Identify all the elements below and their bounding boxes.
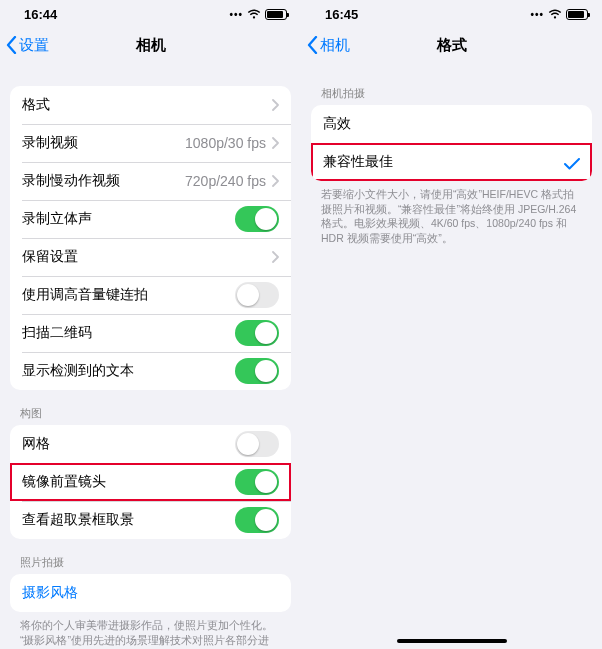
formats-group: 高效 兼容性最佳: [311, 105, 592, 181]
section-header-compose: 构图: [0, 390, 301, 425]
formats-settings-pane: 16:45 ••• 相机 格式 相机拍摄 高效 兼容性最佳: [301, 0, 602, 649]
section-header-camera-capture: 相机拍摄: [301, 62, 602, 105]
toggle-mirror-front[interactable]: [235, 469, 279, 495]
row-scan-qr[interactable]: 扫描二维码: [10, 314, 291, 352]
footer-note: 若要缩小文件大小，请使用“高效”HEIF/HEVC 格式拍摄照片和视频。“兼容性…: [301, 181, 602, 246]
settings-group-2: 网格 镜像前置镜头 查看超取景框取景: [10, 425, 291, 539]
status-time: 16:45: [325, 7, 358, 22]
nav-bar: 相机 格式: [301, 28, 602, 62]
chevron-right-icon: [272, 99, 279, 111]
back-button[interactable]: 相机: [307, 36, 350, 55]
row-high-efficiency[interactable]: 高效: [311, 105, 592, 143]
status-bar: 16:45 •••: [301, 0, 602, 28]
back-label: 设置: [19, 36, 49, 55]
chevron-right-icon: [272, 137, 279, 149]
chevron-right-icon: [272, 175, 279, 187]
home-indicator: [397, 639, 507, 643]
row-mirror-front[interactable]: 镜像前置镜头: [10, 463, 291, 501]
row-preserve[interactable]: 保留设置: [10, 238, 291, 276]
battery-icon: [265, 9, 287, 20]
toggle-vol-burst[interactable]: [235, 282, 279, 308]
toggle-detect-text[interactable]: [235, 358, 279, 384]
row-grid[interactable]: 网格: [10, 425, 291, 463]
wifi-icon: [247, 9, 261, 19]
row-detect-text[interactable]: 显示检测到的文本: [10, 352, 291, 390]
row-most-compatible[interactable]: 兼容性最佳: [311, 143, 592, 181]
row-record-video[interactable]: 录制视频 1080p/30 fps: [10, 124, 291, 162]
row-formats[interactable]: 格式: [10, 86, 291, 124]
back-button[interactable]: 设置: [6, 36, 49, 55]
settings-group-1: 格式 录制视频 1080p/30 fps 录制慢动作视频 720p/240 fp…: [10, 86, 291, 390]
row-vol-burst[interactable]: 使用调高音量键连拍: [10, 276, 291, 314]
back-label: 相机: [320, 36, 350, 55]
row-view-outside[interactable]: 查看超取景框取景: [10, 501, 291, 539]
row-record-slomo[interactable]: 录制慢动作视频 720p/240 fps: [10, 162, 291, 200]
camera-settings-pane: 16:44 ••• 设置 相机 格式 录制视频 1080: [0, 0, 301, 649]
row-stereo[interactable]: 录制立体声: [10, 200, 291, 238]
status-bar: 16:44 •••: [0, 0, 301, 28]
footer-note: 将你的个人审美带进摄影作品，使照片更加个性化。“摄影风格”使用先进的场景理解技术…: [0, 612, 301, 647]
cellular-icon: •••: [229, 9, 243, 20]
settings-group-3: 摄影风格: [10, 574, 291, 612]
detail-text: 720p/240 fps: [185, 173, 266, 189]
toggle-grid[interactable]: [235, 431, 279, 457]
detail-text: 1080p/30 fps: [185, 135, 266, 151]
toggle-stereo[interactable]: [235, 206, 279, 232]
row-photo-styles[interactable]: 摄影风格: [10, 574, 291, 612]
section-header-capture: 照片拍摄: [0, 539, 301, 574]
status-time: 16:44: [24, 7, 57, 22]
toggle-view-outside[interactable]: [235, 507, 279, 533]
battery-icon: [566, 9, 588, 20]
cellular-icon: •••: [530, 9, 544, 20]
nav-bar: 设置 相机: [0, 28, 301, 62]
toggle-scan-qr[interactable]: [235, 320, 279, 346]
checkmark-icon: [564, 156, 580, 168]
chevron-right-icon: [272, 251, 279, 263]
wifi-icon: [548, 9, 562, 19]
